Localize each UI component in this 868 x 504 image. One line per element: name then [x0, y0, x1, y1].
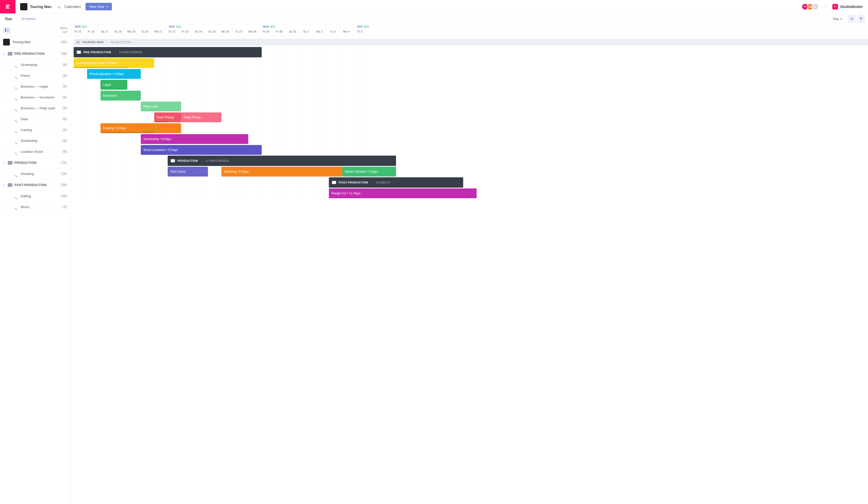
day-column-header[interactable]: Tu 3 [326, 24, 340, 36]
event-bar[interactable]: Casting • 6 Days [101, 123, 181, 133]
sidebar-item[interactable]: Scheduling8d [0, 135, 71, 146]
timeline-row: Scout Locations • 9 Days [71, 144, 868, 155]
event-bar[interactable]: Shooting • 9 Days [221, 167, 342, 177]
sidebar-group[interactable]: ▾PRODUCTION17d [0, 157, 71, 169]
event-bar[interactable]: Dolly Pickup [181, 112, 221, 122]
timeline[interactable]: MARW11MARW12MARW13APRW14Th 15Fr 16Sa 17S… [71, 24, 868, 504]
timeline-body: TOURING MAN · 42 DAYS TOTAL PRE-PRODUCTI… [71, 36, 868, 199]
day-column-header[interactable]: Sa 31 [286, 24, 299, 36]
sidebar-project-row[interactable]: Touring Man 42d [0, 36, 71, 48]
event-bar[interactable]: Scout Locations • 9 Days [141, 145, 262, 155]
sidebar-group[interactable]: ▾POST-PRODUCTION23d [0, 179, 71, 191]
event-bar[interactable]: Lock Shooting Script • 6 Days [74, 58, 154, 68]
event-bar[interactable]: Insurance [101, 91, 141, 101]
brand[interactable]: StudioBinder [832, 4, 863, 10]
sidebar-item[interactable]: Casting6d [0, 124, 71, 135]
item-name: Screenplay [21, 63, 62, 67]
week-label: MARW13 [263, 25, 275, 28]
timeline-row: PRODUCTION· 17 DAYS PERIOD [71, 155, 868, 166]
phase-period: · 23 DAYS P [373, 181, 390, 184]
filter-button[interactable] [857, 15, 865, 23]
task-icon [14, 140, 19, 142]
timeline-row: Previsualization • 4 Days [71, 69, 868, 79]
duration-badge: 23d [60, 183, 68, 187]
view-mode-button[interactable]: View Only [85, 3, 112, 10]
day-column-header[interactable]: Sa 17 [98, 24, 111, 36]
chevron-down-icon: ▾ [3, 52, 7, 55]
sidebar-toggle-button[interactable] [3, 27, 11, 33]
timeline-row: Insurance [71, 90, 868, 101]
sidebar-item[interactable]: Music7d [0, 202, 71, 212]
duration-badge: 7d [62, 205, 68, 209]
duration-badge: 5d [62, 117, 68, 121]
day-column-header[interactable]: Tu 20 [138, 24, 152, 36]
summary-total: 42 DAYS TOTAL [111, 41, 132, 44]
timeline-row: Rough Cut • 11 Days [71, 188, 868, 199]
project-summary-bar[interactable]: TOURING MAN · 42 DAYS TOTAL [74, 39, 868, 46]
collaborator-avatars[interactable]: RD [803, 3, 819, 10]
duration-badge: 8d [62, 139, 68, 143]
sidebar-item[interactable]: Gear5d [0, 114, 71, 124]
group-name: PRE-PRODUCTION [14, 52, 60, 56]
folder-icon [171, 159, 175, 162]
day-column-header[interactable]: We 28 [246, 24, 259, 36]
chevron-down-icon [106, 4, 108, 9]
day-column-header[interactable]: Mo 2 [313, 24, 326, 36]
phase-bar[interactable]: PRE-PRODUCTION· 14 DAYS PERIOD [74, 47, 262, 57]
app-logo[interactable] [0, 0, 16, 13]
sidebar-item[interactable]: Shooting17d [0, 169, 71, 179]
phase-bar[interactable]: PRODUCTION· 17 DAYS PERIOD [168, 155, 396, 166]
breadcrumb-calendars[interactable]: Calendars [64, 4, 81, 9]
day-column-header[interactable]: Su 1 [299, 24, 313, 36]
day-column-header[interactable]: We 4 [340, 24, 353, 36]
week-label: MARW11 [75, 25, 87, 28]
sidebar-item[interactable]: Business — Petty cash3d [0, 103, 71, 114]
sidebar-group[interactable]: ▾PRE-PRODUCTION14d [0, 48, 71, 59]
day-column-header[interactable]: Su 18 [111, 24, 125, 36]
events-count[interactable]: 19 events [21, 17, 35, 21]
zoom-level-button[interactable]: Day [833, 17, 843, 21]
chevron-down-icon: ▾ [3, 183, 7, 187]
brand-name: StudioBinder [840, 4, 863, 9]
event-bar[interactable]: Petty cash [141, 102, 181, 111]
more-menu-button[interactable]: ··· [823, 4, 828, 9]
day-column-header[interactable]: Su 25 [205, 24, 219, 36]
task-icon [14, 107, 19, 110]
folder-icon [77, 51, 81, 54]
task-icon [14, 195, 19, 198]
day-column-header[interactable]: Mo 26 [219, 24, 232, 36]
day-column-header[interactable]: Mo 19 [125, 24, 138, 36]
event-bar[interactable]: Tech Scout [168, 167, 208, 177]
sidebar-item[interactable]: Location Scout9d [0, 146, 71, 157]
folder-icon [8, 183, 12, 187]
sidebar-item[interactable]: Screenplay6d [0, 59, 71, 70]
project-avatar[interactable] [20, 3, 28, 10]
phase-bar[interactable]: POST-PRODUCTION· 23 DAYS P [329, 177, 463, 188]
event-bar[interactable]: Gear Pickup [154, 112, 181, 122]
event-bar[interactable]: Return Rentals • 4 Days [342, 167, 396, 177]
project-name[interactable]: Touring Man [30, 4, 51, 9]
event-bar[interactable]: Previsualization • 4 Days [87, 69, 141, 79]
sidebar-item[interactable]: Business — Insurance3d [0, 92, 71, 103]
event-bar[interactable]: Legal [101, 80, 127, 90]
item-name: Business — Insurance [21, 95, 62, 99]
task-icon [14, 150, 19, 153]
duration-badge: 17d [60, 161, 68, 165]
day-column-header[interactable]: We 21 [152, 24, 165, 36]
day-column-header[interactable]: Sa 24 [192, 24, 205, 36]
timeline-row: PRE-PRODUCTION· 14 DAYS PERIOD [71, 47, 868, 58]
view-mode-label: View Only [89, 4, 104, 9]
sidebar-header: WEEK DAY [0, 24, 71, 36]
sidebar-item[interactable]: Previs4d [0, 70, 71, 81]
duration-badge: 42d [60, 40, 68, 44]
event-bar[interactable]: Scheduling • 8 Days [141, 134, 248, 144]
sidebar-item[interactable]: Business — Legal2d [0, 81, 71, 92]
task-icon [14, 173, 19, 175]
event-bar[interactable]: Rough Cut • 11 Days [329, 189, 477, 198]
avatar-3[interactable] [812, 3, 819, 10]
day-column-header[interactable]: Tu 27 [232, 24, 246, 36]
sidebar-item[interactable]: Editing23d [0, 191, 71, 202]
group-name: POST-PRODUCTION [14, 183, 60, 187]
settings-button[interactable] [848, 15, 856, 23]
duration-badge: 6d [62, 63, 68, 67]
